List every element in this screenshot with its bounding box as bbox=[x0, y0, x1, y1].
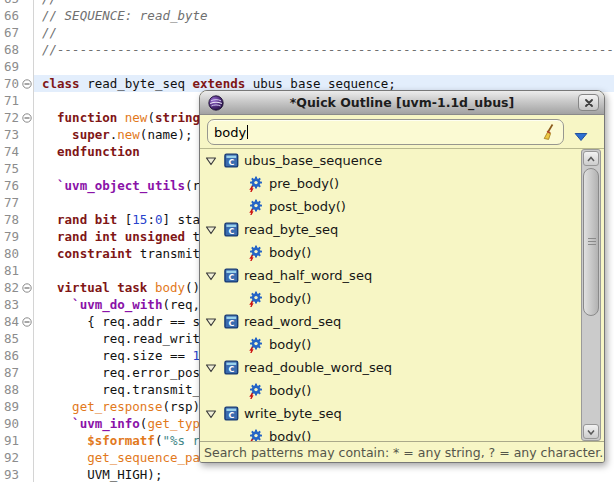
tree-item-label: write_byte_seq bbox=[244, 406, 342, 421]
tree-item-label: post_body() bbox=[269, 199, 346, 214]
virtual-method-gear-icon bbox=[248, 383, 264, 399]
tree-item-method-body[interactable]: body() bbox=[200, 241, 604, 264]
svg-text:C: C bbox=[229, 273, 235, 282]
line-number: 83 bbox=[0, 296, 20, 313]
code-token: rand int unsigned bbox=[57, 228, 185, 245]
search-input[interactable]: body bbox=[207, 119, 564, 145]
line-number: 80 bbox=[0, 245, 20, 262]
fold-marker-icon[interactable] bbox=[20, 113, 33, 123]
line-number: 81 bbox=[0, 262, 20, 279]
code-token: endfunction bbox=[57, 143, 140, 160]
expander-down-icon bbox=[205, 224, 217, 236]
expander-icon[interactable] bbox=[205, 316, 217, 328]
code-line-65[interactable]: 65// bbox=[0, 0, 614, 7]
expander-icon[interactable] bbox=[205, 270, 217, 282]
code-token: new bbox=[125, 109, 148, 126]
clear-search-button[interactable] bbox=[541, 124, 557, 140]
scroll-up-button[interactable] bbox=[583, 151, 599, 166]
class-icon: C bbox=[224, 153, 239, 168]
tree-item-class-read_word_seq[interactable]: Cread_word_seq bbox=[200, 310, 604, 333]
code-token bbox=[42, 143, 57, 160]
code-token: constraint bbox=[57, 245, 132, 262]
tree-item-method-body[interactable]: body() bbox=[200, 425, 604, 442]
view-menu-button[interactable] bbox=[574, 127, 588, 137]
tree-item-class-ubus_base_sequence[interactable]: Cubus_base_sequence bbox=[200, 149, 604, 172]
line-number: 86 bbox=[0, 347, 20, 364]
expander-icon[interactable] bbox=[205, 408, 217, 420]
quick-outline-popup: *Quick Outline [uvm-1.1d_ubus] body bbox=[199, 90, 605, 463]
fold-marker-icon[interactable] bbox=[20, 283, 33, 293]
code-token: ( bbox=[147, 109, 155, 126]
class-icon: C bbox=[224, 360, 239, 375]
code-token: (name); bbox=[140, 126, 193, 143]
tree-item-class-read_byte_seq[interactable]: Cread_byte_seq bbox=[200, 218, 604, 241]
line-number: 93 bbox=[0, 466, 20, 482]
popup-titlebar[interactable]: *Quick Outline [uvm-1.1d_ubus] bbox=[200, 91, 604, 115]
tree-scrollbar bbox=[581, 149, 601, 441]
tree-item-label: body() bbox=[269, 291, 311, 306]
code-token bbox=[42, 109, 57, 126]
class-icon: C bbox=[224, 268, 239, 283]
line-number: 69 bbox=[0, 58, 20, 75]
line-number: 88 bbox=[0, 381, 20, 398]
method-gear-icon bbox=[248, 245, 264, 261]
code-text: // bbox=[33, 0, 614, 7]
code-token bbox=[42, 228, 57, 245]
expander-down-icon bbox=[205, 362, 217, 374]
code-token: . bbox=[110, 126, 118, 143]
close-button[interactable] bbox=[578, 94, 599, 111]
fold-minus-icon bbox=[22, 79, 32, 89]
virtual-method-gear-icon bbox=[248, 429, 264, 443]
fold-marker-icon[interactable] bbox=[20, 317, 33, 327]
line-number: 78 bbox=[0, 211, 20, 228]
tree-item-method-body[interactable]: body() bbox=[200, 379, 604, 402]
code-text: //--------------------------------------… bbox=[33, 41, 614, 58]
tree-item-label: body() bbox=[269, 245, 311, 260]
tree-item-label: read_word_seq bbox=[244, 314, 341, 329]
code-token: super bbox=[72, 126, 110, 143]
tree-item-method-body[interactable]: body() bbox=[200, 287, 604, 310]
code-token: rand bit bbox=[57, 211, 117, 228]
expander-icon[interactable] bbox=[205, 362, 217, 374]
code-line-66[interactable]: 66// SEQUENCE: read_byte bbox=[0, 7, 614, 24]
code-line-67[interactable]: 67// bbox=[0, 24, 614, 41]
scrollbar-grip bbox=[588, 238, 596, 247]
code-token: `uvm_do_with bbox=[72, 296, 162, 313]
tree-item-class-read_half_word_seq[interactable]: Cread_half_word_seq bbox=[200, 264, 604, 287]
scroll-down-button[interactable] bbox=[583, 424, 599, 439]
line-number: 90 bbox=[0, 415, 20, 432]
line-number: 70 bbox=[0, 75, 20, 92]
tree-item-method-pre_body[interactable]: pre_body() bbox=[200, 172, 604, 195]
code-text: UVM_HIGH); bbox=[33, 466, 614, 482]
code-token: get_typ bbox=[147, 415, 200, 432]
expander-icon[interactable] bbox=[205, 155, 217, 167]
code-token bbox=[42, 296, 72, 313]
code-token: req.error_pos bbox=[42, 364, 200, 381]
line-number: 74 bbox=[0, 143, 20, 160]
code-token bbox=[42, 279, 57, 296]
code-token bbox=[42, 245, 57, 262]
svg-text:C: C bbox=[229, 411, 235, 420]
class-icon: C bbox=[224, 222, 239, 237]
code-line-69[interactable]: 69 bbox=[0, 58, 614, 75]
svg-text:C: C bbox=[229, 158, 235, 167]
tree-item-method-body[interactable]: body() bbox=[200, 333, 604, 356]
popup-title: *Quick Outline [uvm-1.1d_ubus] bbox=[290, 95, 514, 110]
scrollbar-thumb[interactable] bbox=[583, 168, 599, 316]
code-line-68[interactable]: 68//------------------------------------… bbox=[0, 41, 614, 58]
class-icon: C bbox=[224, 153, 239, 168]
code-token: req.transmit_ bbox=[42, 381, 200, 398]
expander-icon[interactable] bbox=[205, 224, 217, 236]
fold-minus-icon bbox=[22, 283, 32, 293]
fold-marker-icon[interactable] bbox=[20, 79, 33, 89]
class-icon: C bbox=[224, 314, 239, 329]
chevron-down-icon bbox=[574, 132, 588, 142]
code-token: ( bbox=[155, 432, 163, 449]
code-line-93[interactable]: 93 UVM_HIGH); bbox=[0, 466, 614, 482]
line-number: 68 bbox=[0, 41, 20, 58]
virtual-method-gear-icon bbox=[248, 245, 264, 261]
tree-item-class-write_byte_seq[interactable]: Cwrite_byte_seq bbox=[200, 402, 604, 425]
tree-item-class-read_double_word_seq[interactable]: Cread_double_word_seq bbox=[200, 356, 604, 379]
tree-item-method-post_body[interactable]: post_body() bbox=[200, 195, 604, 218]
method-gear-icon bbox=[248, 429, 264, 443]
